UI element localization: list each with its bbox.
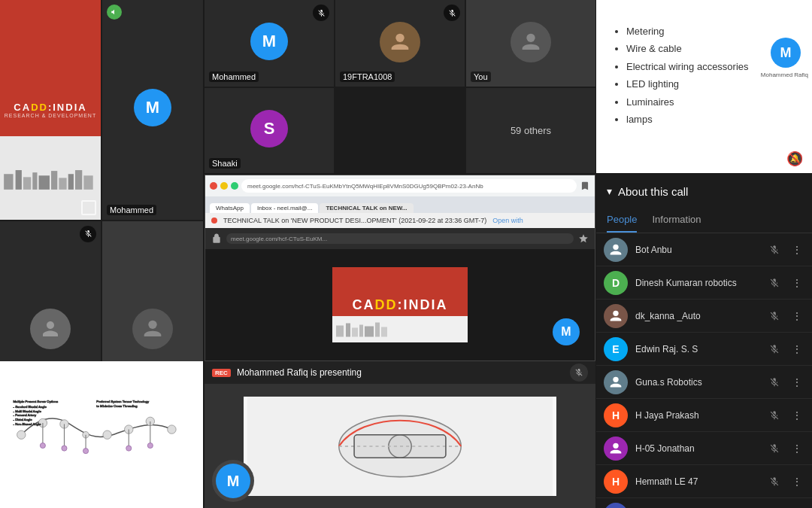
person-name: H-05 Jonathan — [635, 443, 759, 454]
svg-point-21 — [17, 430, 25, 439]
svg-text:- Non-Biased Angle: - Non-Biased Angle — [13, 422, 41, 426]
avatar: D — [604, 271, 628, 295]
bookmark-icon — [580, 181, 590, 191]
list-item: D Dinesh Kumaran robotics ⋮ — [596, 266, 812, 300]
browser-window: meet.google.com/hcf-CTuS-EuKMbYtnQ5MWqHI… — [205, 175, 595, 361]
more-button[interactable]: ⋮ — [789, 408, 804, 423]
tab-information[interactable]: Information — [652, 208, 701, 233]
person-name: Bot Anbu — [635, 245, 759, 255]
rec-badge: REC — [212, 369, 231, 377]
svg-rect-4 — [39, 175, 50, 190]
browser-bar: meet.google.com/hcf-CTuS-EuKMbYtnQ5MWqHI… — [205, 175, 595, 196]
svg-text:- Distal Angle: - Distal Angle — [13, 418, 32, 421]
svg-text:- Multi Biaxial Angle: - Multi Biaxial Angle — [13, 409, 41, 412]
bullet-item-1: Metering — [626, 23, 797, 40]
svg-text:to Minimize Cross Threading: to Minimize Cross Threading — [96, 403, 138, 407]
about-call-panel: ▾ About this call People Information Bot… — [596, 175, 812, 508]
avatar — [604, 304, 628, 328]
59-others-tile: 59 others — [466, 88, 595, 173]
tile-label: You — [471, 71, 491, 82]
presenting-content: M — [205, 384, 595, 508]
person-name: Hemnath LE 47 — [635, 476, 759, 487]
svg-rect-9 — [83, 175, 92, 190]
mute-icon — [767, 441, 782, 456]
bell-off-icon: 🔕 — [786, 151, 803, 167]
list-item: Guna.s Robotics ⋮ — [596, 366, 812, 399]
tile-label: Shaaki — [209, 158, 241, 169]
list-item: H Hemnath LE 47 ⋮ — [596, 465, 812, 498]
svg-text:Multiple Present Screw Options: Multiple Present Screw Options — [13, 400, 58, 403]
more-button[interactable]: ⋮ — [789, 342, 804, 357]
max-dot[interactable] — [231, 182, 238, 190]
tab-whatsapp[interactable]: WhatsApp — [210, 203, 250, 213]
svg-rect-2 — [23, 177, 31, 189]
presenting-panel: REC Mohammed Rafiq is presenting — [205, 361, 595, 508]
mute-icon — [313, 5, 329, 21]
svg-point-10 — [148, 321, 156, 329]
svg-point-38 — [147, 443, 153, 448]
camera-preview: M — [212, 460, 254, 502]
avatar — [604, 370, 628, 394]
about-header: ▾ About this call — [596, 175, 812, 208]
more-button[interactable]: ⋮ — [789, 441, 804, 456]
avatar: M — [134, 89, 171, 126]
min-dot[interactable] — [220, 182, 228, 190]
url-bar[interactable]: meet.google.com/hcf-CTuS-EuKMbYtnQ5MWqHI… — [241, 179, 577, 193]
tab-inbox[interactable]: Inbox - neel.mail@... — [251, 203, 318, 213]
url-text: meet.google.com/hcf-CTuS-EuKMbYtnQ5MWqHI… — [247, 183, 483, 190]
person-name: Dinesh Kumaran robotics — [635, 278, 759, 288]
mute-icon — [767, 342, 782, 357]
svg-rect-14 — [346, 324, 350, 337]
mute-icon — [767, 309, 782, 324]
person-name: dk_kanna _Auto — [635, 311, 759, 321]
list-item: H H Jaya Prakash ⋮ — [596, 399, 812, 432]
m-avatar-top-right: M — [771, 38, 801, 68]
svg-point-28 — [167, 425, 175, 433]
tabs-bar: People Information — [596, 208, 812, 233]
bullet-item-5: Luminaires — [626, 93, 797, 111]
others-count: 59 others — [511, 125, 551, 136]
cad-drawing-panel: Multiple Present Screw Options - Sandard… — [0, 361, 203, 508]
svg-point-25 — [102, 430, 111, 439]
person-name: H Jaya Prakash — [635, 410, 759, 421]
more-button[interactable]: ⋮ — [789, 474, 804, 489]
avatar: H — [604, 470, 628, 494]
people-list: Bot Anbu ⋮ D Dinesh Kumaran robotics ⋮ d… — [596, 233, 812, 508]
open-with-link[interactable]: Open with — [492, 217, 523, 224]
cad-drawing: Multiple Present Screw Options - Sandard… — [0, 361, 203, 508]
chevron-down-icon[interactable]: ▾ — [607, 185, 612, 197]
more-button[interactable]: ⋮ — [789, 375, 804, 390]
lock-icon — [211, 233, 222, 244]
more-button[interactable]: ⋮ — [789, 309, 804, 324]
expand-icon[interactable] — [81, 200, 96, 215]
more-button[interactable]: ⋮ — [789, 242, 804, 257]
mute-presenter-button[interactable] — [570, 364, 588, 382]
mute-icon — [767, 408, 782, 423]
mute-icon — [767, 275, 782, 291]
toolbar-url: meet.google.com/hcf-CTuS-EuKM... — [231, 236, 327, 242]
tab-meeting[interactable]: TECHNICAL TALK on NEW... — [320, 203, 413, 213]
svg-rect-15 — [352, 328, 358, 337]
tab-people[interactable]: People — [607, 208, 637, 233]
presenting-bar: REC Mohammed Rafiq is presenting — [205, 361, 595, 384]
presenter-text: Mohammed Rafiq is presenting — [237, 367, 362, 378]
center-top-panel: M Mohammed 19FTRA1008 You S Shaaki 59 ot… — [205, 0, 595, 173]
list-item: E Edwin Raj. S. S ⋮ — [596, 333, 812, 366]
svg-point-53 — [613, 310, 618, 315]
mute-icon — [767, 474, 782, 489]
avatar: M — [250, 23, 288, 60]
speaker-badge — [107, 5, 122, 20]
svg-rect-18 — [375, 323, 380, 337]
tile-label: Mohammed — [107, 205, 156, 215]
more-button[interactable]: ⋮ — [789, 275, 804, 291]
svg-point-12 — [526, 33, 535, 41]
mohammed-tile-top: M Mohammed — [205, 0, 334, 87]
close-dot[interactable] — [210, 182, 217, 190]
person-name: Edwin Raj. S. S — [635, 344, 759, 354]
tab-bar: WhatsApp Inbox - neel.mail@... TECHNICAL… — [205, 196, 595, 213]
inner-cadd-logo: CADD:INDIA — [332, 267, 468, 342]
bullet-item-6: lamps — [626, 111, 797, 128]
list-item: Bot Anbu ⋮ — [596, 233, 812, 266]
you-tile-top: You — [466, 0, 595, 87]
m-name-top-right: Mohammed Rafiq — [761, 71, 808, 78]
